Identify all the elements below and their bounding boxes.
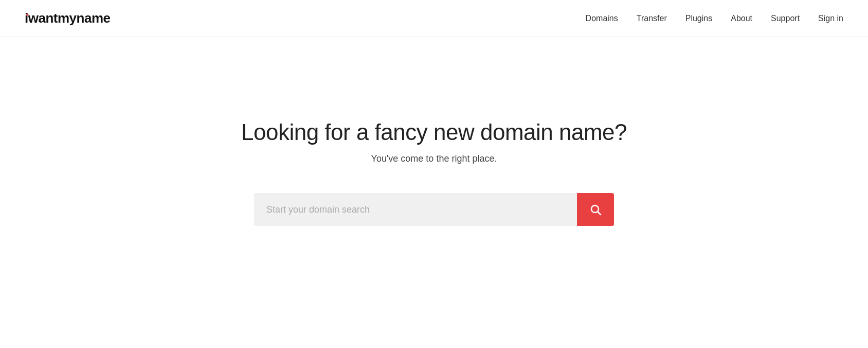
hero-subtitle: You've come to the right place. <box>371 153 497 164</box>
site-header: i●wantmyname Domains Transfer Plugins Ab… <box>0 0 868 37</box>
svg-line-1 <box>598 212 601 215</box>
site-logo[interactable]: i●wantmyname <box>25 10 110 26</box>
nav-item-transfer[interactable]: Transfer <box>637 14 667 23</box>
search-button[interactable] <box>577 193 614 226</box>
search-container <box>254 193 614 226</box>
nav-item-support[interactable]: Support <box>771 14 800 23</box>
search-input[interactable] <box>254 193 577 226</box>
nav-item-plugins[interactable]: Plugins <box>685 14 712 23</box>
nav-item-domains[interactable]: Domains <box>586 14 618 23</box>
nav-item-about[interactable]: About <box>731 14 752 23</box>
main-content: Looking for a fancy new domain name? You… <box>0 37 868 226</box>
hero-title: Looking for a fancy new domain name? <box>241 119 627 145</box>
nav-item-signin[interactable]: Sign in <box>818 14 843 23</box>
search-icon <box>589 203 602 216</box>
logo-text: i●wantmyname <box>25 10 110 26</box>
main-nav: Domains Transfer Plugins About Support S… <box>586 14 843 23</box>
